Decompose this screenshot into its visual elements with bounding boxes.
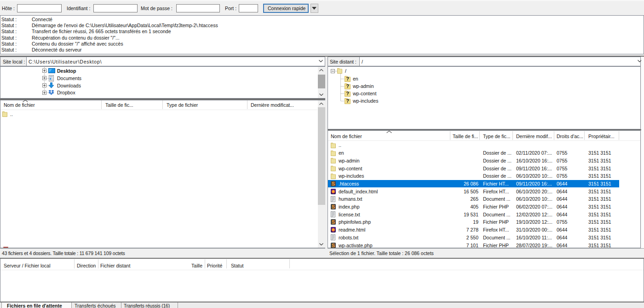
svg-text:?: ? xyxy=(346,91,349,96)
svg-text:?: ? xyxy=(346,76,349,81)
svg-text:?: ? xyxy=(346,98,349,104)
svg-text:S: S xyxy=(332,204,335,209)
svg-text:S: S xyxy=(332,181,335,186)
svg-text:?: ? xyxy=(346,83,349,89)
svg-text:S: S xyxy=(332,243,335,248)
svg-text:S: S xyxy=(332,219,335,225)
